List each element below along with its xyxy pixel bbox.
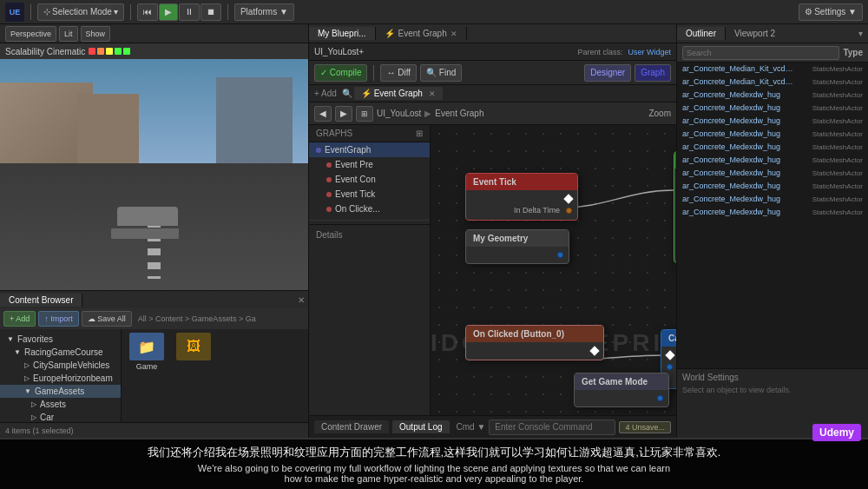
cmd-input[interactable]: [489, 420, 615, 435]
bp-tab-myblueprints[interactable]: My Bluepri...: [309, 27, 376, 40]
center-panel: My Bluepri... ⚡ Event Graph ✕ UI_YouLost…: [308, 24, 677, 438]
right-panel-options[interactable]: ▾: [853, 29, 868, 38]
cb-add-btn[interactable]: + Add: [3, 311, 36, 327]
scalability-label: Scalability Cinematic: [5, 47, 85, 56]
nav-back-btn[interactable]: ◀: [314, 106, 332, 122]
graphs-item-eventtick[interactable]: Event Tick: [309, 187, 430, 202]
outliner-item-10[interactable]: ar_Concrete_Medexdw_hug StaticMeshActor: [677, 193, 868, 206]
platforms-btn[interactable]: Platforms ▼: [234, 3, 294, 21]
graphs-item-eventgraph[interactable]: EventGraph: [309, 142, 430, 157]
eg-tab-close[interactable]: ✕: [429, 89, 436, 98]
node-on-clicked[interactable]: On Clicked (Button_0): [465, 325, 604, 360]
right-panel: Outliner Viewport 2 ▾ Type ar_Concrete_M…: [677, 24, 868, 438]
cb-toolbar: + Add ↑ Import ☁ Save All All > Content …: [0, 308, 308, 329]
output-log-btn[interactable]: Output Log: [392, 420, 449, 433]
home-btn[interactable]: ⊞: [356, 106, 373, 122]
cb-status: 4 items (1 selected): [0, 422, 308, 438]
graphs-options-btn[interactable]: ⊞: [416, 129, 423, 138]
outliner-item-5[interactable]: ar_Concrete_Medexdw_hug StaticMeshActor: [677, 128, 868, 141]
outliner-item-7[interactable]: ar_Concrete_Medexdw_hug StaticMeshActor: [677, 154, 868, 167]
diff-btn[interactable]: ↔ Diff: [380, 64, 417, 82]
graphs-panel: GRAPHS ⊞ EventGraph Event Pre Event Con: [309, 125, 431, 415]
left-panel: Perspective Lit Show Scalability Cinemat…: [0, 24, 308, 438]
mode-select-btn[interactable]: ⊹ Selection Mode ▾: [37, 3, 124, 21]
outliner-item-9[interactable]: ar_Concrete_Medexdw_hug StaticMeshActor: [677, 180, 868, 193]
cb-folder-1[interactable]: 📁 Game: [125, 333, 168, 371]
node-my-geometry[interactable]: My Geometry: [465, 229, 569, 264]
bp-header: UI_YouLost+ Parent class: User Widget: [309, 43, 676, 61]
nav-fwd-btn[interactable]: ▶: [335, 106, 352, 122]
pin-getgm-out: [657, 395, 663, 401]
viewport2-tab[interactable]: Viewport 2: [726, 27, 784, 40]
cb-import-btn[interactable]: ↑ Import: [38, 311, 79, 327]
details-label: Details: [312, 228, 426, 241]
compile-btn[interactable]: ✓ Compile: [314, 64, 367, 82]
node-event-tick[interactable]: Event Tick In Delta Time: [465, 173, 578, 221]
outliner-item-3[interactable]: ar_Concrete_Medexdw_hug StaticMeshActor: [677, 102, 868, 115]
node-getgm-label: Get Game Mode: [582, 377, 648, 387]
sep2: [130, 4, 131, 20]
node-onclick-label: On Clicked (Button_0): [473, 329, 564, 339]
outliner-tab[interactable]: Outliner: [677, 27, 726, 40]
eg-close-btn[interactable]: ✕: [450, 30, 457, 38]
tree-citysample[interactable]: ▷ CitySampleVehicles: [0, 359, 121, 372]
event-graph-tab[interactable]: ⚡ Event Graph ✕: [354, 87, 443, 100]
tree-assets[interactable]: ▷ Assets: [0, 398, 121, 411]
pin-cast-exec-in: [665, 350, 674, 360]
cb-tab-main[interactable]: Content Browser: [0, 294, 82, 307]
node-get-game-mode[interactable]: Get Game Mode: [574, 373, 669, 407]
graph-btn[interactable]: Graph: [635, 64, 671, 82]
pin-exec-out: [563, 194, 573, 203]
viewport-toolbar: Perspective Lit Show: [0, 24, 308, 43]
show-btn[interactable]: Show: [81, 26, 111, 42]
cb-tree[interactable]: ▼ Favorites ▼ RacingGameCourse ▷ CitySam…: [0, 329, 122, 422]
node-youwon[interactable]: Youwon In Animation: [674, 151, 676, 263]
graphs-item-onclick[interactable]: On Clicke...: [309, 202, 430, 216]
tree-favorites[interactable]: ▼ Favorites: [0, 333, 121, 346]
tree-gameassets[interactable]: ▼ GameAssets: [0, 385, 121, 398]
tree-europe[interactable]: ▷ EuropeHorizonbeam: [0, 372, 121, 385]
outliner-item-1[interactable]: ar_Concrete_Median_Kit_vcdobeadw... Stat…: [677, 76, 868, 89]
outliner-item-4[interactable]: ar_Concrete_Medexdw_hug StaticMeshActor: [677, 115, 868, 128]
graphs-item-eventcon[interactable]: Event Con: [309, 172, 430, 187]
cb-main-area[interactable]: 📁 Game 🖼: [122, 329, 308, 422]
tree-racing[interactable]: ▼ RacingGameCourse: [0, 346, 121, 359]
cb-close-btn[interactable]: ✕: [298, 295, 305, 305]
pause-btn[interactable]: ⏸: [179, 3, 200, 21]
pin-delttime-label: In Delta Time: [514, 206, 560, 215]
cb-folder-2[interactable]: 🖼: [172, 333, 215, 371]
perspective-btn[interactable]: Perspective: [5, 26, 56, 42]
outliner-item-2[interactable]: ar_Concrete_Medexdw_hug StaticMeshActor: [677, 89, 868, 102]
folder-label-1: Game: [136, 362, 158, 371]
play-btn[interactable]: ▶: [159, 3, 178, 21]
outliner-item-0[interactable]: ar_Concrete_Median_Kit_vcdobeadw... Stat…: [677, 63, 868, 76]
outliner-item-8[interactable]: ar_Concrete_Medexdw_hug StaticMeshActor: [677, 167, 868, 180]
parent-class-label: Parent class:: [577, 48, 622, 56]
content-drawer-btn[interactable]: Content Drawer: [314, 420, 389, 433]
breadcrumb-sep: ▶: [424, 109, 431, 118]
graph-area[interactable]: WIDGET BLUEPRINT Event Tick: [431, 125, 676, 415]
output-bar: Content Drawer Output Log Cmd ▼ 4 Unsave…: [309, 415, 676, 438]
bp-window-tabs: My Bluepri... ⚡ Event Graph ✕: [309, 24, 676, 43]
graphs-item-eventpre[interactable]: Event Pre: [309, 157, 430, 172]
outliner-search[interactable]: [682, 46, 839, 60]
outliner-item-11[interactable]: ar_Concrete_Medexdw_hug StaticMeshActor: [677, 206, 868, 219]
stop-btn[interactable]: ⏹: [201, 3, 221, 21]
search-btn[interactable]: 🔍: [342, 89, 352, 98]
designer-btn[interactable]: Designer: [584, 64, 631, 82]
type-header: Type: [843, 48, 863, 57]
unsaved-badge[interactable]: 4 Unsave...: [619, 421, 671, 433]
subtitle-bar: 我们还将介绍我在场景照明和纹理应用方面的完整工作流程,这样我们就可以学习如何让游…: [0, 438, 868, 489]
viewport[interactable]: [0, 59, 308, 290]
find-btn[interactable]: 🔍 Find: [420, 64, 462, 82]
bp-tab-eventgraph[interactable]: ⚡ Event Graph ✕: [376, 27, 467, 40]
lit-btn[interactable]: Lit: [59, 26, 78, 42]
skip-back-btn[interactable]: ⏮: [137, 3, 158, 21]
cb-content: ▼ Favorites ▼ RacingGameCourse ▷ CitySam…: [0, 329, 308, 422]
outliner-item-6[interactable]: ar_Concrete_Medexdw_hug StaticMeshActor: [677, 141, 868, 154]
add-btn[interactable]: + Add: [314, 89, 337, 98]
tree-car[interactable]: ▷ Car: [0, 411, 121, 422]
settings-btn[interactable]: ⚙ Settings ▼: [799, 3, 863, 21]
cb-save-btn[interactable]: ☁ Save All: [82, 311, 132, 327]
breadcrumb: UI_YouLost ▶ Event Graph: [377, 109, 484, 118]
